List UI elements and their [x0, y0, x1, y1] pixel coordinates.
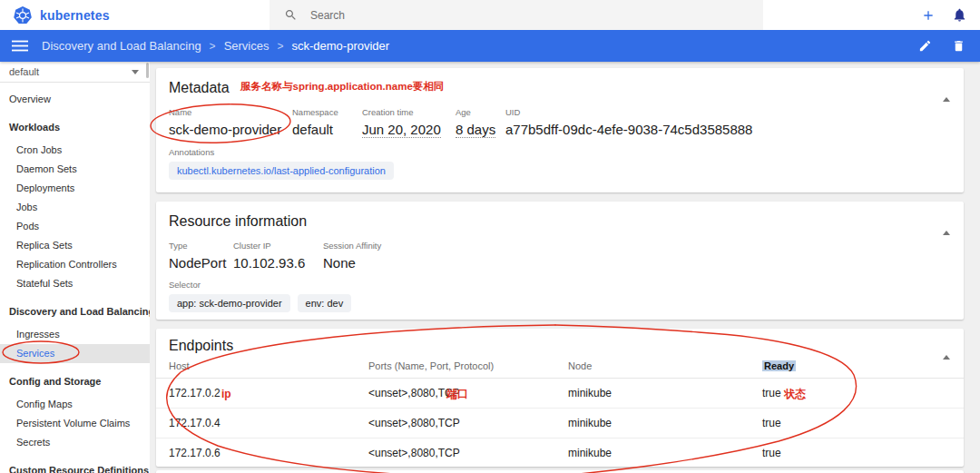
main-content: Metadata Namesck-demo-providerNamespaced… [150, 62, 980, 473]
edit-icon[interactable] [918, 39, 932, 53]
endpoint-node: minikube [568, 417, 762, 429]
field-value: NodePort [169, 255, 233, 271]
field-type: TypeNodePort [169, 241, 233, 271]
bluebar-actions [918, 39, 980, 53]
field-value: sck-demo-provider [169, 122, 292, 137]
metadata-card: Metadata Namesck-demo-providerNamespaced… [156, 68, 964, 192]
kubernetes-dashboard: kubernetes Search Discovery and L [0, 0, 980, 473]
add-icon[interactable] [921, 8, 936, 23]
sidebar-scrollbar[interactable] [146, 63, 149, 78]
sidebar-item-secrets[interactable]: Secrets [0, 433, 150, 452]
sidebar-item-stateful-sets[interactable]: Stateful Sets [0, 274, 150, 293]
field-value: a77b5dff-09dc-4efe-9038-74c5d3585888 [505, 122, 951, 137]
field-session-affinity: Session AffinityNone [323, 241, 951, 271]
namespace-value: default [9, 66, 39, 77]
endpoints-title-row: Endpoints [156, 329, 964, 354]
field-namespace: Namespacedefault [292, 107, 362, 138]
endpoints-col-ports-name-port-protocol: Ports (Name, Port, Protocol) [368, 360, 568, 371]
endpoint-ready: true [762, 417, 951, 429]
sidebar-item-services[interactable]: Services [0, 344, 150, 363]
endpoints-col-ready: Ready [762, 360, 951, 371]
endpoint-host: 172.17.0.6 [169, 447, 368, 459]
annotations-label: Annotations [169, 147, 951, 157]
endpoint-row: 172.17.0.2<unset>,8080,TCPminikubetrue [156, 379, 964, 409]
field-label: Name [169, 107, 292, 117]
delete-icon[interactable] [952, 39, 965, 53]
breadcrumb-item-services[interactable]: Services [224, 39, 270, 53]
sidebar-item-daemon-sets[interactable]: Daemon Sets [0, 160, 150, 179]
endpoint-ports: <unset>,8080,TCP [368, 417, 568, 429]
menu-icon[interactable] [12, 40, 28, 52]
sidebar: default OverviewWorkloadsCron JobsDaemon… [0, 62, 150, 473]
sidebar-item-persistent-volume-claims[interactable]: Persistent Volume Claims [0, 414, 150, 433]
endpoint-ports: <unset>,8080,TCP [368, 387, 568, 399]
breadcrumb-bar: Discovery and Load Balancing>Services>sc… [0, 30, 980, 62]
field-name: Namesck-demo-provider [169, 107, 292, 138]
endpoint-row: 172.17.0.4<unset>,8080,TCPminikubetrue [156, 409, 964, 439]
field-creation-time: Creation timeJun 20, 2020 [362, 107, 456, 138]
breadcrumb-separator: > [210, 40, 216, 53]
field-label: Session Affinity [323, 241, 951, 251]
resource-info-card: Resource information TypeNodePortCluster… [156, 202, 964, 320]
endpoints-title: Endpoints [169, 338, 233, 354]
endpoint-host: 172.17.0.4 [169, 417, 368, 429]
collapse-icon[interactable] [941, 213, 952, 233]
search-icon [284, 8, 298, 22]
sidebar-item-pods[interactable]: Pods [0, 217, 150, 236]
endpoints-col-host: Host [169, 360, 368, 371]
sidebar-item-replication-controllers[interactable]: Replication Controllers [0, 255, 150, 274]
field-label: Namespace [292, 107, 362, 117]
field-age: Age8 days [456, 107, 505, 138]
endpoints-col-node: Node [568, 360, 762, 371]
search-placeholder: Search [310, 9, 345, 22]
sidebar-item-cron-jobs[interactable]: Cron Jobs [0, 141, 150, 160]
sidebar-item-config-maps[interactable]: Config Maps [0, 395, 150, 414]
sidebar-item-replica-sets[interactable]: Replica Sets [0, 236, 150, 255]
resource-title: Resource information [169, 213, 307, 230]
metadata-annotations: Annotations kubectl.kubernetes.io/last-a… [156, 147, 964, 180]
endpoint-node: minikube [568, 447, 762, 459]
field-value: 8 days [456, 122, 495, 138]
endpoint-node: minikube [568, 387, 762, 399]
endpoint-ready: true [762, 447, 951, 459]
notifications-icon[interactable] [952, 7, 967, 23]
field-value: Jun 20, 2020 [362, 122, 441, 138]
sidebar-item-overview[interactable]: Overview [0, 90, 150, 109]
breadcrumb: Discovery and Load Balancing>Services>sc… [42, 39, 389, 53]
selector-label: Selector [169, 280, 951, 290]
brand-name: kubernetes [40, 8, 110, 23]
chevron-down-icon [132, 70, 139, 74]
annotation-chip[interactable]: kubectl.kubernetes.io/last-applied-confi… [169, 162, 394, 180]
endpoints-body: 172.17.0.2<unset>,8080,TCPminikubetrue17… [156, 379, 964, 468]
search-input[interactable]: Search [270, 0, 763, 30]
selector-chips: app: sck-demo-providerenv: dev [169, 294, 951, 312]
endpoint-ready: true [762, 387, 951, 399]
field-label: UID [505, 107, 951, 117]
field-value: default [292, 122, 362, 137]
resource-title-row: Resource information [156, 202, 964, 230]
top-bar: kubernetes Search [0, 0, 980, 30]
metadata-title: Metadata [169, 80, 230, 96]
field-label: Creation time [362, 107, 456, 117]
breadcrumb-item-discovery-and-load-balancing[interactable]: Discovery and Load Balancing [42, 39, 201, 53]
collapse-icon[interactable] [941, 338, 952, 358]
collapse-icon[interactable] [941, 80, 952, 100]
field-label: Cluster IP [233, 241, 323, 251]
field-cluster-ip: Cluster IP10.102.93.6 [233, 241, 323, 271]
breadcrumb-item-sck-demo-provider: sck-demo-provider [292, 39, 390, 53]
topbar-actions [921, 0, 980, 30]
selector-block: Selector app: sck-demo-providerenv: dev [156, 280, 964, 312]
breadcrumb-separator: > [277, 40, 283, 53]
metadata-fields: Namesck-demo-providerNamespacedefaultCre… [156, 107, 964, 138]
sidebar-item-ingresses[interactable]: Ingresses [0, 325, 150, 344]
field-uid: UIDa77b5dff-09dc-4efe-9038-74c5d3585888 [505, 107, 951, 138]
field-value: None [323, 255, 951, 271]
sidebar-item-discovery-and-load-balancing: Discovery and Load Balancing [0, 302, 150, 321]
sidebar-item-deployments[interactable]: Deployments [0, 179, 150, 198]
sidebar-item-jobs[interactable]: Jobs [0, 198, 150, 217]
selector-chip-app-sck-demo-provider: app: sck-demo-provider [169, 294, 290, 312]
sidebar-item-config-and-storage: Config and Storage [0, 372, 150, 391]
sidebar-item-custom-resource-definitions: Custom Resource Definitions [0, 461, 150, 473]
namespace-selector[interactable]: default [0, 62, 150, 83]
endpoint-host: 172.17.0.2 [169, 387, 368, 399]
